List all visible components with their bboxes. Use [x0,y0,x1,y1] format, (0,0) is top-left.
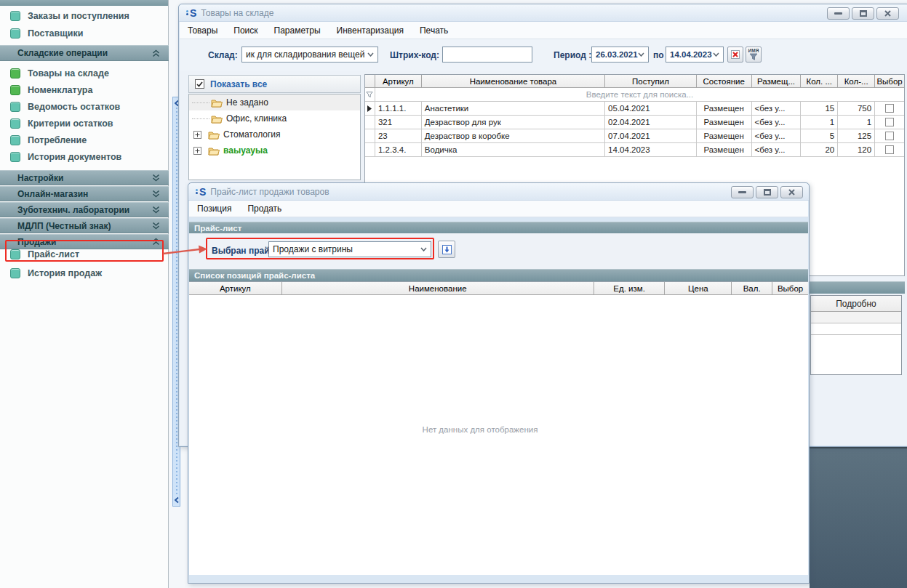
chevron-down-double-icon [152,206,160,214]
period-to-select[interactable]: 14.04.2023 [666,47,724,63]
column-header[interactable]: Наименование [282,282,594,295]
column-header[interactable]: Размещ... [752,75,802,88]
table-row[interactable]: 1.2.3.4. Водичка 14.04.2023 Размещен <бе… [365,143,904,157]
sidebar-item-label: Поставщики [28,28,83,39]
pricelist-section-bar: Прайс-лист [189,222,808,233]
group-label: МДЛП (Честный знак) [17,221,111,231]
annotation-box-pricelist-item [5,240,164,262]
warehouse-select[interactable]: ик для складирования вещей [241,47,378,63]
menu-search[interactable]: Поиск [225,25,265,36]
sidebar-item-balance-criteria[interactable]: Критерии остатков [0,116,169,132]
menu-position[interactable]: Позиция [189,204,239,214]
sidebar-group-dental-labs[interactable]: Зуботехнич. лаборатории [0,202,169,217]
chevron-up-double-icon [152,49,160,57]
column-header[interactable]: Артикул [189,282,282,295]
cell-qty1: 5 [801,129,838,143]
pricelist-dialog-titlebar[interactable]: S Прайс-лист продажи товаров [188,183,809,201]
cell-name: Дезраствор для рук [422,116,605,129]
sidebar-item-label: Товары на складе [28,68,109,78]
tree-node-vauyaua[interactable]: ваыуауыа [189,142,360,158]
show-all-checkbox[interactable] [195,79,204,89]
window-controls [827,7,899,20]
sidebar-item-consumption[interactable]: Потребление [0,132,169,148]
sidebar: Заказы и поступления Поставщики Складски… [0,0,169,588]
column-header[interactable]: Выбор [875,75,904,88]
sidebar-group-mdlp[interactable]: МДЛП (Честный знак) [0,218,169,233]
detail-filter-row[interactable] [811,312,901,323]
table-row[interactable]: 321 Дезраствор для рук 02.04.2021 Размещ… [365,116,904,129]
column-header[interactable]: Наименование товара [422,75,605,88]
menu-print[interactable]: Печать [412,25,456,36]
clear-period-button[interactable] [727,47,743,63]
minimize-button[interactable] [731,186,754,198]
close-button[interactable] [780,186,803,198]
sidebar-item-label: Номенклатура [28,85,92,95]
current-row-icon [367,105,372,112]
maximize-button[interactable] [852,7,874,20]
filter-name-icon: ИМЯ [748,49,759,60]
column-header[interactable]: Ед. изм. [594,282,666,295]
tree-node-label: Стоматология [223,129,281,140]
positions-grid-header: Артикул Наименование Ед. изм. Цена Вал. … [189,282,808,295]
folder-icon [208,130,220,140]
sidebar-item-label: История документов [28,152,121,162]
sidebar-group-warehouse-ops[interactable]: Складские операции [0,45,169,61]
tree-node-office-clinic[interactable]: Офис, клиника [189,110,360,126]
sidebar-item-label: Критерии остатков [28,118,113,129]
row-checkbox[interactable] [885,118,894,126]
sidebar-item-nomenclature[interactable]: Номенклатура [0,82,169,98]
apply-price-button[interactable] [438,241,455,258]
chevron-down-double-icon [152,190,160,198]
row-checkbox[interactable] [885,145,894,154]
sales-history-icon [10,268,20,278]
sidebar-group-online-shop[interactable]: Онлайн-магазин [0,186,169,201]
annotation-box-price-select [206,238,434,259]
menu-inventory[interactable]: Инвентаризация [329,25,412,36]
sidebar-item-goods-in-stock[interactable]: Товары на складе [0,65,169,81]
column-header[interactable]: Поступил [605,75,697,88]
menu-sell[interactable]: Продать [239,204,289,214]
table-row[interactable]: 23 Дезраствор в коробке 07.04.2021 Разме… [365,129,904,143]
minimize-button[interactable] [827,7,850,20]
menu-parameters[interactable]: Параметры [266,25,329,36]
sidebar-item-orders[interactable]: Заказы и поступления [0,8,169,24]
column-header[interactable]: Кол. ... [801,75,838,88]
column-header[interactable]: Артикул [375,75,422,88]
sidebar-item-sales-history[interactable]: История продаж [0,265,169,281]
column-header[interactable]: Кол-... [838,75,875,88]
cell-articul: 1.1.1.1. [375,102,422,116]
column-header[interactable]: Состояние [697,75,752,88]
search-filter-placeholder[interactable]: Введите текст для поиска... [375,88,904,102]
column-header[interactable]: Вал. [732,282,772,295]
goods-grid-filter-row[interactable]: Введите текст для поиска... [365,88,904,102]
sidebar-item-suppliers[interactable]: Поставщики [0,25,169,41]
sidebar-group-settings[interactable]: Настройки [0,170,169,185]
table-row[interactable]: 1.1.1.1. Анастетики 05.04.2021 Размещен … [365,102,904,116]
barcode-input[interactable] [442,47,532,63]
column-header[interactable]: Выбор [772,282,808,295]
maximize-button[interactable] [756,186,778,198]
period-to-label: по [653,50,664,60]
row-checkbox[interactable] [885,132,894,140]
period-from-select[interactable]: 26.03.2021 [591,47,649,63]
chevron-down-icon [367,52,374,57]
chevron-down-double-icon [152,222,160,230]
goods-window-titlebar[interactable]: S Товары на складе [179,4,907,22]
tree-node-not-set[interactable]: Не задано [189,94,360,110]
sidebar-item-label: Ведомость остатков [28,102,120,112]
folder-icon [211,98,223,108]
expand-plus-icon[interactable] [193,147,201,155]
row-checkbox[interactable] [885,104,894,113]
detail-column-header[interactable]: Подробно [811,296,901,312]
expand-plus-icon[interactable] [193,131,201,139]
column-header[interactable]: Цена [665,282,732,295]
nomenclature-icon [10,85,20,95]
filter-by-name-button[interactable]: ИМЯ [746,47,762,63]
collapse-left-icon[interactable] [174,496,180,504]
cell-name: Водичка [422,143,605,157]
menu-goods[interactable]: Товары [180,25,225,36]
close-button[interactable] [876,7,899,20]
sidebar-item-doc-history[interactable]: История документов [0,149,169,165]
sidebar-item-balance-sheet[interactable]: Ведомость остатков [0,99,169,115]
tree-node-stomatology[interactable]: Стоматология [189,126,360,142]
